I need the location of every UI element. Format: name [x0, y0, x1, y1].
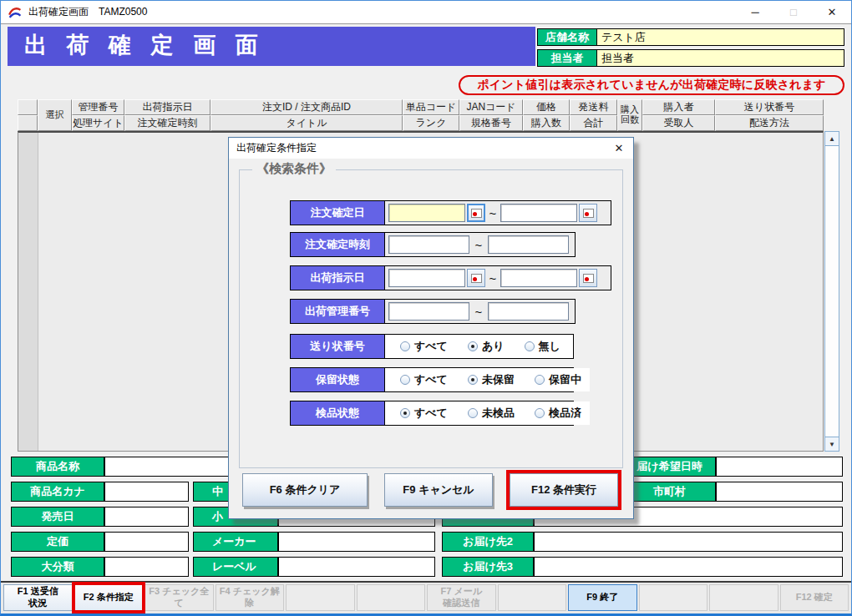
- f1-send-receive-status-button[interactable]: F1 送受信 状況: [3, 584, 73, 611]
- radio-selected-icon: [468, 375, 478, 385]
- radio-unselected-icon: [400, 341, 410, 351]
- grid-column: 購入 回数: [617, 99, 642, 131]
- grid-column-header: 規格番号: [459, 115, 523, 131]
- scroll-up-button[interactable]: ▲: [825, 132, 839, 146]
- range-from-input[interactable]: [388, 302, 469, 321]
- grid-column-header: JANコード: [459, 99, 523, 115]
- grid-column: 単品コードランク: [403, 99, 459, 131]
- condition-body: ~: [385, 201, 611, 225]
- close-button[interactable]: ✕: [813, 1, 851, 23]
- form-field-input[interactable]: [278, 557, 435, 577]
- radio-option[interactable]: 無し: [525, 339, 560, 354]
- radio-selected-icon: [400, 408, 410, 418]
- f9-cancel-button[interactable]: F9 キャンセル: [384, 473, 493, 507]
- staff-label: 担当者: [537, 49, 597, 67]
- grid-column: 注文ID / 注文商品IDタイトル: [210, 99, 403, 131]
- grid-column-header: 管理番号: [72, 99, 124, 115]
- grid-vertical-scrollbar[interactable]: ▲ ▼: [824, 131, 839, 452]
- range-to-input[interactable]: [488, 235, 569, 254]
- radio-option[interactable]: 未検品: [468, 406, 515, 421]
- fn-empty-slot: [639, 584, 708, 611]
- staff-value[interactable]: 担当者: [596, 49, 844, 67]
- fn-empty-slot: [709, 584, 778, 611]
- fn-empty-slot: [498, 584, 567, 611]
- grid-column-header: 処理サイト: [72, 115, 124, 131]
- calendar-button[interactable]: [467, 204, 485, 222]
- condition-body: ~: [385, 266, 611, 290]
- dialog-close-button[interactable]: ✕: [605, 138, 633, 159]
- range-from-input[interactable]: [388, 235, 469, 254]
- calendar-button[interactable]: [467, 269, 485, 287]
- range-to-input[interactable]: [500, 204, 577, 222]
- f2-condition-specify-button[interactable]: F2 条件指定: [74, 584, 144, 611]
- condition-label: 出荷管理番号: [291, 300, 385, 323]
- app-icon: [8, 5, 22, 19]
- range-separator-icon: ~: [485, 206, 500, 220]
- grid-column-header: 出荷指示日: [124, 99, 210, 115]
- dialog-title: 出荷確定条件指定: [229, 141, 317, 155]
- form-field-input[interactable]: [534, 532, 843, 552]
- form-field-input[interactable]: [104, 507, 189, 527]
- range-from-input[interactable]: [388, 269, 465, 287]
- window-titlebar[interactable]: 出荷確定画面 TAMZ0500 ─ □ ✕: [1, 1, 851, 24]
- screen-title-banner: 出 荷 確 定 画 面: [8, 27, 535, 66]
- grid-column: 発送料合計: [570, 99, 617, 131]
- dialog-titlebar[interactable]: 出荷確定条件指定 ✕: [229, 138, 633, 159]
- range-separator-icon: ~: [485, 271, 500, 285]
- form-field-input[interactable]: [716, 457, 843, 477]
- calendar-button[interactable]: [579, 269, 597, 287]
- radio-option[interactable]: 未保留: [468, 372, 515, 387]
- form-field-label: お届け先3: [442, 557, 534, 577]
- f12-execute-conditions-button[interactable]: F12 条件実行: [510, 473, 618, 507]
- form-field-label: 届け希望日時: [623, 457, 716, 477]
- maximize-button: □: [774, 1, 813, 23]
- radio-option-label: すべて: [414, 372, 448, 387]
- radio-option[interactable]: すべて: [400, 339, 448, 354]
- calendar-dot: [585, 212, 589, 216]
- radio-option[interactable]: すべて: [400, 372, 448, 387]
- f6-clear-conditions-button[interactable]: F6 条件クリア: [242, 473, 368, 507]
- radio-option[interactable]: 検品済: [535, 406, 581, 421]
- scroll-down-button[interactable]: ▼: [825, 437, 839, 451]
- grid-column: 送り状番号配送方法: [715, 99, 824, 131]
- radio-option[interactable]: すべて: [400, 406, 448, 421]
- condition-body: すべてあり無し: [385, 335, 573, 358]
- calendar-button[interactable]: [579, 204, 597, 222]
- minimize-button[interactable]: ─: [736, 1, 774, 23]
- form-field-label: 商品名カナ: [11, 482, 104, 502]
- form-field-input[interactable]: [716, 482, 843, 502]
- calendar-dot: [473, 212, 477, 216]
- condition-label: 注文確定日: [291, 201, 385, 225]
- form-field-input[interactable]: [278, 532, 435, 552]
- order-grid-header: 選択管理番号処理サイト出荷指示日注文確定時刻注文ID / 注文商品IDタイトル単…: [18, 99, 824, 131]
- form-field-input[interactable]: [104, 532, 189, 552]
- grid-column-header: 単品コード: [403, 99, 459, 115]
- form-field-label: 市町村: [623, 482, 716, 502]
- radio-option-label: 未保留: [482, 372, 515, 387]
- grid-column-header: 価格: [523, 99, 570, 115]
- fn-empty-slot: [357, 584, 426, 611]
- f3-check-all-button: F3 チェック全て: [145, 584, 214, 611]
- app-window: 出荷確定画面 TAMZ0500 ─ □ ✕ 出 荷 確 定 画 面 店舗名称 テ…: [0, 0, 852, 616]
- range-from-input[interactable]: [388, 204, 465, 222]
- condition-body: ~: [385, 300, 575, 323]
- range-separator-icon: ~: [469, 238, 488, 252]
- shop-name-value[interactable]: テスト店: [596, 28, 844, 46]
- radio-option-label: 無し: [539, 339, 560, 354]
- radio-unselected-icon: [400, 375, 410, 385]
- range-to-input[interactable]: [488, 302, 569, 321]
- grid-column: JANコード規格番号: [459, 99, 523, 131]
- form-field-input[interactable]: [104, 482, 189, 502]
- range-to-input[interactable]: [500, 269, 577, 287]
- form-field-input[interactable]: [104, 557, 189, 577]
- calendar-dot: [585, 277, 589, 281]
- form-field-input[interactable]: [534, 557, 843, 577]
- calendar-icon: [471, 209, 482, 218]
- radio-unselected-icon: [535, 375, 545, 385]
- radio-option[interactable]: 保留中: [535, 372, 581, 387]
- condition-row: 注文確定日~: [290, 200, 611, 225]
- range-separator-icon: ~: [469, 305, 488, 319]
- grid-column-header: [18, 115, 38, 131]
- radio-option[interactable]: あり: [468, 339, 505, 354]
- f9-exit-button[interactable]: F9 終了: [568, 584, 637, 611]
